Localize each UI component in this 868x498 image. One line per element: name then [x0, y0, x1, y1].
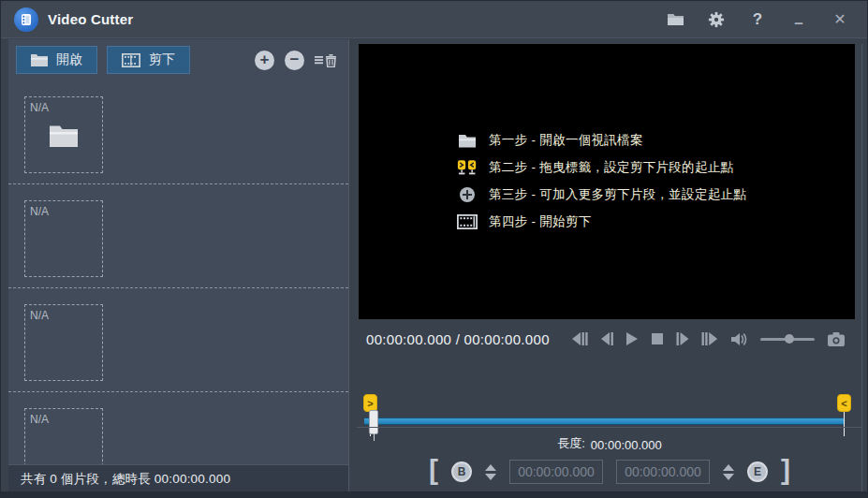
- start-time-stepper[interactable]: [485, 464, 496, 480]
- clip-list: N/A N/A N/A N/A: [8, 81, 348, 464]
- cut-video-button[interactable]: 剪下: [107, 46, 190, 74]
- folder-icon: [31, 53, 48, 66]
- list-lines-icon: [315, 54, 323, 66]
- film-icon: [457, 214, 478, 229]
- cut-settings-panel: 長度: 00:00:00.000 [ B E ]: [357, 427, 862, 493]
- timecode-display: 00:00:00.000 / 00:00:00.000: [366, 331, 550, 347]
- instruction-step: 第二步 - 拖曳標籤，設定剪下片段的起止點: [457, 154, 746, 181]
- end-trim-marker[interactable]: <: [837, 394, 851, 412]
- folder-icon: [49, 124, 79, 148]
- step-up-icon[interactable]: [723, 464, 734, 471]
- length-label: 長度:: [557, 435, 585, 452]
- close-bracket: ]: [781, 454, 790, 486]
- clip-list-item[interactable]: N/A: [8, 81, 348, 184]
- sidebar-toolbar: 開啟 剪下 + −: [8, 39, 348, 81]
- preview-pane: 第一步 - 開啟一個視訊檔案 第二步 - 拖曳標籤，設定剪下片段的起: [357, 44, 862, 493]
- remove-segment-button[interactable]: −: [285, 51, 304, 70]
- end-time-stepper[interactable]: [723, 464, 734, 480]
- snapshot-camera-button[interactable]: [827, 331, 846, 347]
- add-circle-icon: [457, 186, 478, 203]
- instruction-text: 第二步 - 拖曳標籤，設定剪下片段的起止點: [489, 159, 733, 176]
- clip-sidebar: 開啟 剪下 + −: [8, 39, 349, 493]
- minimize-button[interactable]: –: [783, 10, 815, 37]
- instruction-text: 第一步 - 開啟一個視訊檔案: [489, 132, 643, 149]
- video-cutter-window: { "window": { "title": "Video Cutter" },…: [0, 0, 868, 498]
- playback-controls: [571, 331, 846, 347]
- end-time-input[interactable]: [616, 460, 710, 484]
- start-time-input[interactable]: [509, 460, 603, 484]
- volume-knob[interactable]: [785, 334, 794, 344]
- titlebar: Video Cutter ? – ✕: [1, 1, 868, 38]
- film-icon: [122, 53, 140, 67]
- trim-markers-icon: [457, 159, 478, 176]
- stop-button[interactable]: [651, 331, 664, 346]
- instruction-step: 第三步 - 可加入更多剪下片段，並設定起止點: [457, 181, 746, 208]
- window-title: Video Cutter: [48, 11, 133, 27]
- next-frame-button[interactable]: [676, 331, 689, 346]
- set-begin-button[interactable]: B: [451, 461, 472, 482]
- step-down-icon[interactable]: [723, 474, 734, 480]
- window-bottom-edge: [1, 491, 868, 497]
- instruction-text: 第三步 - 可加入更多剪下片段，並設定起止點: [489, 186, 746, 203]
- help-button[interactable]: ?: [742, 7, 773, 33]
- clip-label: N/A: [30, 413, 49, 426]
- instruction-list: 第一步 - 開啟一個視訊檔案 第二步 - 拖曳標籤，設定剪下片段的起: [457, 126, 746, 235]
- step-down-icon[interactable]: [485, 474, 496, 480]
- clip-list-item[interactable]: N/A: [8, 288, 348, 392]
- folder-icon: [457, 133, 478, 148]
- clip-thumbnail[interactable]: N/A: [24, 408, 103, 464]
- instruction-step: 第四步 - 開始剪下: [457, 208, 746, 235]
- open-bracket: [: [429, 454, 438, 486]
- video-preview: 第一步 - 開啟一個視訊檔案 第二步 - 拖曳標籤，設定剪下片段的起: [359, 44, 855, 319]
- close-button[interactable]: ✕: [824, 7, 856, 33]
- add-segment-button[interactable]: +: [255, 51, 274, 70]
- clip-thumbnail[interactable]: N/A: [24, 304, 103, 381]
- jump-start-button[interactable]: [571, 331, 588, 346]
- clip-label: N/A: [30, 309, 49, 322]
- trash-icon: [325, 53, 337, 67]
- transport-bar: 00:00:00.000 / 00:00:00.000: [357, 319, 855, 359]
- step-up-icon[interactable]: [485, 464, 496, 471]
- mute-speaker-icon[interactable]: [730, 331, 748, 347]
- settings-gear-icon[interactable]: [700, 7, 732, 33]
- prev-frame-button[interactable]: [600, 331, 613, 346]
- length-value: 00:00:00.000: [591, 438, 662, 452]
- timeline-track[interactable]: [364, 417, 844, 425]
- open-file-titlebar-button[interactable]: [659, 7, 691, 33]
- play-button[interactable]: [625, 331, 639, 346]
- instruction-step: 第一步 - 開啟一個視訊檔案: [457, 126, 746, 154]
- clip-list-item[interactable]: N/A: [8, 392, 348, 464]
- clip-thumbnail[interactable]: N/A: [24, 200, 103, 277]
- clip-list-item[interactable]: N/A: [8, 184, 348, 288]
- length-row: 長度: 00:00:00.000: [357, 428, 862, 452]
- clip-thumbnail[interactable]: N/A: [24, 96, 103, 173]
- segment-status-bar: 共有 0 個片段，總時長 00:00:00.000: [8, 464, 348, 493]
- clear-list-button[interactable]: [315, 53, 337, 67]
- jump-end-button[interactable]: [701, 331, 718, 346]
- volume-slider[interactable]: [760, 332, 815, 345]
- sidebar-tools: + −: [199, 51, 341, 70]
- open-tab-label: 開啟: [56, 51, 82, 68]
- cut-controls-row: [ B E ]: [357, 452, 862, 491]
- clip-label: N/A: [30, 205, 49, 218]
- app-logo-icon: [14, 7, 38, 32]
- clip-label: N/A: [30, 101, 49, 114]
- open-video-button[interactable]: 開啟: [16, 46, 97, 74]
- instruction-text: 第四步 - 開始剪下: [489, 213, 592, 230]
- cut-tab-label: 剪下: [149, 51, 175, 68]
- set-end-button[interactable]: E: [747, 461, 768, 482]
